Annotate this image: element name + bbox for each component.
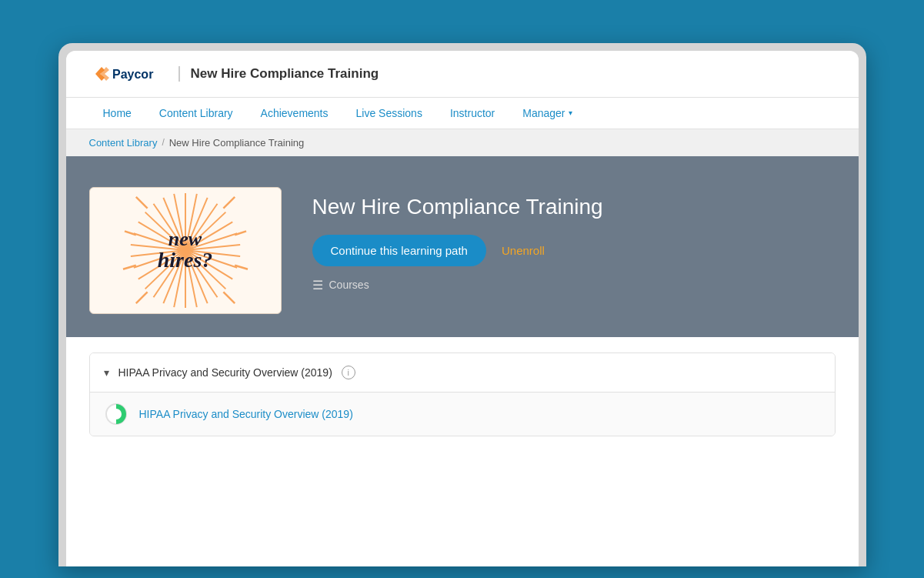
nav-manager[interactable]: Manager ▾	[509, 98, 585, 129]
device-inner: Paycor New Hire Compliance Training Home…	[66, 51, 859, 566]
accordion-chevron-icon: ▾	[104, 366, 109, 379]
content-area: ▾ HIPAA Privacy and Security Overview (2…	[66, 337, 859, 566]
breadcrumb-separator: /	[162, 137, 164, 148]
nav-content-library[interactable]: Content Library	[145, 98, 247, 129]
hero-section: new hires? New Hire Compliance Training …	[66, 156, 859, 337]
page-title: New Hire Compliance Training	[178, 66, 379, 82]
hero-actions: Continue this learning path Unenroll	[312, 235, 836, 266]
svg-line-31	[223, 196, 235, 208]
device-frame: Paycor New Hire Compliance Training Home…	[58, 43, 866, 566]
thumbnail-inner: new hires?	[90, 188, 281, 313]
logo-area: Paycor New Hire Compliance Training	[89, 63, 379, 85]
sub-course-link[interactable]: HIPAA Privacy and Security Overview (201…	[139, 408, 353, 420]
courses-list-icon: ☰	[312, 278, 323, 292]
paycor-logo-svg: Paycor	[89, 63, 158, 85]
svg-line-34	[223, 292, 235, 303]
unenroll-button[interactable]: Unenroll	[502, 244, 545, 257]
thumbnail-line1: new	[158, 229, 213, 249]
nav-home[interactable]: Home	[89, 98, 145, 129]
nav-achievements[interactable]: Achievements	[247, 98, 342, 129]
manager-dropdown-icon: ▾	[569, 109, 572, 117]
svg-line-38	[135, 196, 147, 208]
progress-circle	[104, 402, 128, 426]
hero-content: New Hire Compliance Training Continue th…	[312, 187, 836, 296]
thumbnail-text: new hires?	[158, 229, 213, 271]
top-bar: Paycor New Hire Compliance Training	[66, 51, 859, 98]
courses-label: ☰ Courses	[312, 266, 836, 296]
breadcrumb: Content Library / New Hire Compliance Tr…	[66, 129, 859, 156]
hero-title: New Hire Compliance Training	[312, 195, 836, 219]
course-info-icon[interactable]: i	[342, 366, 355, 379]
svg-text:Paycor: Paycor	[112, 68, 153, 81]
nav-live-sessions[interactable]: Live Sessions	[342, 98, 436, 129]
breadcrumb-current: New Hire Compliance Training	[169, 137, 305, 149]
svg-point-40	[111, 409, 122, 419]
course-thumbnail: new hires?	[89, 187, 282, 314]
breadcrumb-content-library[interactable]: Content Library	[89, 137, 158, 149]
nav-instructor[interactable]: Instructor	[436, 98, 509, 129]
course-accordion: ▾ HIPAA Privacy and Security Overview (2…	[89, 352, 836, 436]
thumbnail-line2: hires?	[158, 249, 213, 271]
accordion-body: HIPAA Privacy and Security Overview (201…	[90, 393, 835, 436]
nav-links: Home Content Library Achievements Live S…	[66, 98, 859, 129]
svg-line-35	[135, 292, 147, 303]
continue-learning-path-button[interactable]: Continue this learning path	[312, 235, 486, 266]
accordion-title: HIPAA Privacy and Security Overview (201…	[118, 366, 332, 379]
accordion-header[interactable]: ▾ HIPAA Privacy and Security Overview (2…	[90, 353, 835, 393]
